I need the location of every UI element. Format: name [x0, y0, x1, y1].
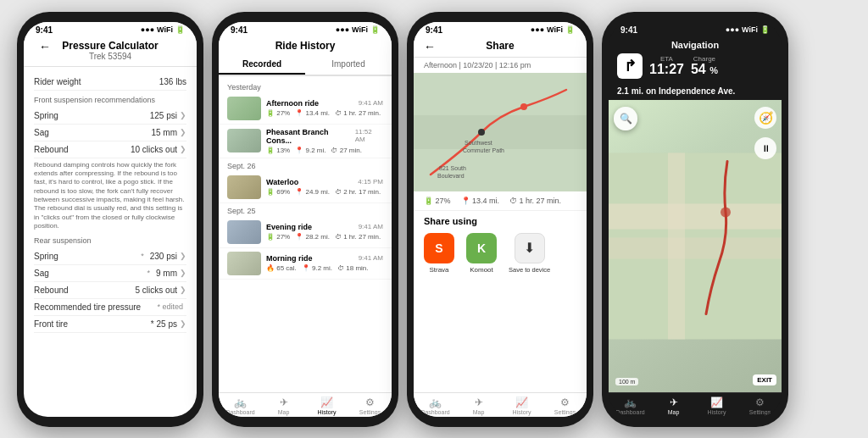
share-strava[interactable]: S Strava [424, 233, 454, 274]
pressure-content: Rider weight 136 lbs Front suspension re… [24, 67, 197, 417]
eta-value: 11:27 [649, 63, 684, 76]
app-container: 9:41 ●●● WiFi 🔋 ← Pressure Calculator Tr… [0, 0, 868, 438]
tab-map-4[interactable]: ✈Map [652, 396, 695, 415]
eta-item: ETA 11:27 [649, 55, 684, 76]
phone-pressure: 9:41 ●●● WiFi 🔋 ← Pressure Calculator Tr… [17, 12, 203, 427]
tab-settings-2[interactable]: ⚙Settings [348, 396, 392, 415]
ride-thumb [227, 129, 261, 152]
nav-title: Navigation [617, 40, 773, 50]
ride-list: Yesterday Afternoon ride 9:41 AM 🔋 27% 📍… [219, 76, 392, 392]
exit-button[interactable]: EXIT [753, 374, 776, 385]
share-komoot[interactable]: K Komoot [466, 233, 497, 274]
ride-thumb [227, 97, 261, 120]
share-using-label: Share using [414, 211, 587, 230]
tab-imported[interactable]: Imported [305, 55, 392, 75]
svg-text:Commuter Path: Commuter Path [463, 147, 504, 153]
tab-recorded[interactable]: Recorded [219, 55, 305, 75]
ride-thumb [227, 220, 261, 244]
ride-info: Waterloo 4:15 PM 🔋 69% 📍 24.9 mi. ⏱ 2 hr… [266, 178, 383, 196]
share-ride-date: Afternoon | 10/23/20 | 12:16 pm [414, 58, 587, 73]
rear-rebound-row[interactable]: Rebound 5 clicks out ❯ [34, 282, 186, 299]
tab-dashboard-3[interactable]: 🚲Dashboard [414, 396, 457, 415]
status-bar-1: 9:41 ●●● WiFi 🔋 [24, 22, 197, 36]
rear-sag-row[interactable]: Sag * 9 mm ❯ [34, 265, 186, 282]
share-save-device[interactable]: ⬇ Save to device [509, 233, 550, 274]
wifi-icon-3: WiFi [547, 25, 563, 34]
back-button[interactable]: ← [39, 40, 51, 53]
tab-history-4[interactable]: 📈History [695, 396, 738, 415]
list-item[interactable]: Morning ride 9:41 AM 🔥 65 cal. 📍 9.2 mi.… [219, 248, 392, 280]
svg-rect-9 [609, 203, 782, 229]
spring-row[interactable]: Spring 125 psi ❯ [34, 108, 186, 125]
search-button[interactable]: 🔍 [614, 107, 637, 130]
tab-settings-4[interactable]: ⚙Settings [738, 396, 782, 415]
ride-thumb [227, 175, 261, 199]
tab-map-3[interactable]: ✈Map [457, 396, 500, 415]
ride-thumb [227, 252, 261, 275]
time-3: 9:41 [426, 25, 442, 35]
nav-header: Navigation ↱ ETA 11:27 Charge 54 % [609, 36, 782, 84]
list-item[interactable]: Afternoon ride 9:41 AM 🔋 27% 📍 13.4 mi. … [219, 93, 392, 125]
front-tire-row[interactable]: Front tire * 25 ps ❯ [34, 316, 186, 333]
tab-map-2[interactable]: ✈Map [262, 396, 305, 415]
strava-label: Strava [429, 266, 448, 274]
tab-dashboard-4[interactable]: 🚲Dashboard [609, 396, 652, 415]
signal-icon-4: ●●● [726, 25, 739, 34]
rear-spring-row[interactable]: Spring * 230 psi ❯ [34, 248, 186, 265]
rebound-row[interactable]: Rebound 10 clicks out ❯ [34, 141, 186, 158]
status-icons-1: ●●● WiFi 🔋 [141, 25, 185, 34]
komoot-label: Komoot [470, 266, 493, 274]
nav-screen: 9:41 ●●● WiFi 🔋 Navigation ↱ ETA 11:27 [609, 22, 782, 417]
battery-icon-4: 🔋 [760, 25, 770, 34]
share-stats: 🔋 27% 📍 13.4 mi. ⏱ 1 hr. 27 min. [414, 191, 587, 211]
battery-icon-2: 🔋 [370, 25, 380, 34]
tab-history-3[interactable]: 📈History [500, 396, 543, 415]
svg-rect-1 [414, 115, 587, 149]
share-title: Share [414, 40, 587, 52]
time-2: 9:41 [231, 25, 248, 35]
svg-text:Southwest: Southwest [465, 140, 492, 146]
nav-eta-block: ETA 11:27 Charge 54 % [649, 55, 718, 76]
share-header: ← Share [414, 36, 587, 58]
sag-row[interactable]: Sag 15 mm ❯ [34, 125, 186, 141]
wifi-icon-4: WiFi [742, 25, 758, 34]
ride-history-title: Ride History [219, 40, 392, 55]
nav-direction-arrow: ↱ [617, 53, 643, 79]
tab-dashboard-2[interactable]: 🚲Dashboard [219, 396, 262, 415]
list-item[interactable]: Waterloo 4:15 PM 🔋 69% 📍 24.9 mi. ⏱ 2 hr… [219, 172, 392, 203]
tab-settings-3[interactable]: ⚙Settings [543, 396, 587, 415]
phone-share: 9:41 ●●● WiFi 🔋 ← Share Afternoon | 10/2… [407, 12, 593, 427]
tab-history-2[interactable]: 📈History [305, 396, 348, 415]
nav-map-bg: 🧭 ⏸ 🔍 100 m EXIT [609, 100, 782, 392]
pause-button[interactable]: ⏸ [754, 137, 776, 159]
rear-suspension-label: Rear suspension [34, 236, 186, 245]
signal-icon-2: ●●● [336, 25, 349, 34]
compass-icon[interactable]: 🧭 [754, 107, 776, 129]
rider-weight-row: Rider weight 136 lbs [34, 74, 186, 91]
list-item[interactable]: Pheasant Branch Cons... 11:52 AM 🔋 13% 📍… [219, 125, 392, 158]
wifi-icon-2: WiFi [352, 25, 368, 34]
share-map-svg: Southwest Commuter Path 821 South Boulev… [414, 73, 587, 191]
nav-top-info: ↱ ETA 11:27 Charge 54 % [617, 53, 773, 79]
phone-nav: 9:41 ●●● WiFi 🔋 Navigation ↱ ETA 11:27 [602, 12, 788, 427]
komoot-icon: K [466, 233, 497, 263]
history-screen: 9:41 ●●● WiFi 🔋 Ride History Recorded Im… [219, 22, 392, 417]
battery-icon-3: 🔋 [565, 25, 575, 34]
date-yesterday: Yesterday [219, 80, 392, 93]
strava-icon: S [424, 233, 454, 263]
ride-info: Afternoon ride 9:41 AM 🔋 27% 📍 13.4 mi. … [266, 99, 383, 117]
share-stat-distance: 📍 13.4 mi. [461, 197, 500, 205]
ride-info: Pheasant Branch Cons... 11:52 AM 🔋 13% 📍… [266, 128, 383, 154]
share-back-button[interactable]: ← [424, 40, 436, 53]
ride-info: Morning ride 9:41 AM 🔥 65 cal. 📍 9.2 mi.… [266, 254, 383, 272]
charge-item: Charge 54 % [691, 55, 718, 76]
ride-tabs: Recorded Imported [219, 55, 392, 75]
share-screen: 9:41 ●●● WiFi 🔋 ← Share Afternoon | 10/2… [414, 22, 587, 417]
date-sept25: Sept. 25 [219, 203, 392, 217]
share-stat-battery: 🔋 27% [424, 197, 451, 205]
status-bar-2: 9:41 ●●● WiFi 🔋 [219, 22, 392, 36]
svg-text:821 South: 821 South [439, 165, 466, 171]
list-item[interactable]: Evening ride 9:41 AM 🔋 27% 📍 28.2 mi. ⏱ … [219, 217, 392, 248]
ride-header: Ride History Recorded Imported [219, 36, 392, 76]
share-apps: S Strava K Komoot ⬇ Save to device [414, 230, 587, 277]
